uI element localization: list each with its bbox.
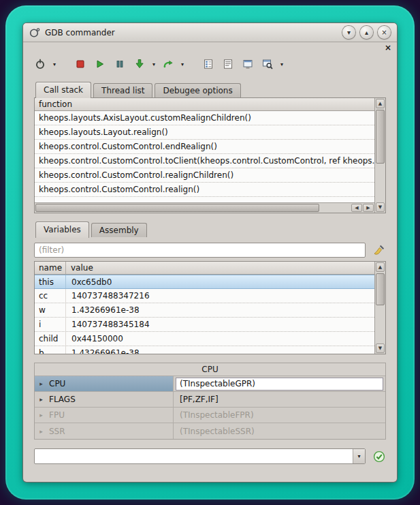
variables-panel: name value this 0xc65db0 cc 140737488347… (34, 261, 386, 354)
broom-icon[interactable] (371, 243, 386, 258)
dock-header: × (23, 42, 397, 52)
command-combobox[interactable]: ▾ (34, 448, 366, 464)
cpu-row[interactable]: ▸ FLAGS [PF,ZF,IF] (35, 392, 385, 408)
step-over-button[interactable] (159, 55, 177, 74)
dock-close-button[interactable]: × (385, 44, 391, 52)
scroll-down-button[interactable]: ▼ (376, 343, 385, 353)
teal-frame: GDB commander ▾ ▴ × × ▾ (5, 5, 415, 500)
window-title: GDB commander (45, 28, 115, 37)
vscroll-thumb[interactable] (376, 273, 385, 305)
callstack-vscrollbar[interactable]: ▲ ▼ (374, 98, 385, 213)
tab-assembly[interactable]: Assembly (91, 223, 147, 237)
callstack-row[interactable]: kheops.layouts.Layout.realign() (35, 125, 374, 140)
tab-variables[interactable]: Variables (35, 221, 89, 238)
callstack-row[interactable]: kheops.control.CustomControl.endRealign(… (35, 140, 374, 154)
command-row: ▾ (34, 448, 386, 467)
variable-value: 1.43266961e-38 (66, 303, 374, 317)
step-over-dropdown-icon[interactable]: ▾ (179, 61, 186, 67)
gdb-commander-window: GDB commander ▾ ▴ × × ▾ (23, 23, 397, 482)
variables-tabbar: Variables Assembly (34, 221, 386, 237)
vscroll-track[interactable] (376, 109, 385, 202)
variable-name: i (35, 318, 66, 331)
step-into-button[interactable] (131, 55, 148, 74)
cpu-row[interactable]: ▸ SSR (TInspectableSSR) (35, 423, 385, 439)
search-window-button[interactable] (259, 55, 276, 74)
close-button[interactable]: × (378, 26, 391, 39)
expander-icon[interactable]: ▸ (38, 412, 44, 418)
search-window-icon (262, 59, 273, 70)
cpu-row-name: FLAGS (49, 395, 76, 404)
power-dropdown-icon[interactable]: ▾ (51, 61, 58, 67)
variables-vscrollbar[interactable]: ▲ ▼ (374, 262, 385, 354)
variables-header-value[interactable]: value (66, 262, 374, 274)
maximize-button[interactable]: ▴ (360, 26, 373, 39)
cpu-grid: ▸ CPU (TInspectableGPR) ▸ FLAGS (35, 376, 385, 439)
vscroll-track[interactable] (376, 273, 385, 343)
hscroll-thumb[interactable] (35, 204, 319, 212)
tab-call-stack[interactable]: Call stack (35, 82, 91, 98)
callstack-list: kheops.layouts.AxisLayout.customRealignC… (35, 111, 374, 202)
scroll-right-button[interactable]: ▶ (363, 204, 374, 212)
cpu-value-field[interactable]: (TInspectableGPR) (176, 378, 383, 391)
expander-icon[interactable]: ▸ (38, 428, 44, 435)
variable-value: 0x44150000 (66, 332, 374, 346)
search-window-dropdown-icon[interactable]: ▾ (278, 61, 285, 67)
scroll-down-button[interactable]: ▼ (376, 202, 385, 212)
callstack-row[interactable]: kheops.control.CustomControl.toClient(kh… (35, 154, 374, 168)
cpu-row-value: [PF,ZF,IF] (176, 395, 219, 404)
variables-column-header: name value (35, 262, 374, 275)
scroll-left-button[interactable]: ◀ (351, 204, 362, 212)
cpu-inspector: CPU ▸ CPU (TInspectableGPR) (34, 363, 386, 440)
execute-button[interactable] (372, 450, 386, 463)
variable-row[interactable]: child 0x44150000 (35, 332, 374, 346)
vscroll-thumb[interactable] (376, 110, 385, 164)
variable-row[interactable]: b 1.43266961e-38 (35, 346, 374, 354)
variable-row[interactable]: cc 140737488347216 (35, 289, 374, 303)
scroll-up-button[interactable]: ▲ (376, 99, 385, 108)
variable-name: b (35, 346, 66, 354)
tab-thread-list[interactable]: Thread list (93, 83, 152, 97)
callstack-column-header[interactable]: function (35, 98, 374, 111)
stop-button[interactable] (71, 55, 89, 74)
cpu-row-value: (TInspectableSSR) (176, 427, 255, 436)
variable-row[interactable]: w 1.43266961e-38 (35, 303, 374, 318)
combo-dropdown-button[interactable]: ▾ (353, 449, 365, 463)
filter-row (34, 243, 386, 258)
titlebar[interactable]: GDB commander ▾ ▴ × (23, 23, 397, 42)
variable-value: 140737488347216 (66, 289, 374, 303)
callstack-row[interactable]: kheops.control.CustomControl.realign() (35, 183, 374, 197)
shade-button[interactable]: ▾ (342, 26, 355, 39)
messages-button[interactable] (219, 55, 237, 74)
expander-icon[interactable]: ▸ (38, 380, 44, 387)
variables-header-name[interactable]: name (35, 262, 66, 274)
hscroll-track[interactable] (35, 204, 351, 212)
expander-icon[interactable]: ▸ (38, 396, 44, 403)
memory-viewer-button[interactable] (239, 55, 257, 74)
tab-debugee-options[interactable]: Debugee options (155, 83, 240, 97)
callstack-hscrollbar[interactable]: ◀ ▶ (35, 202, 374, 213)
cpu-row[interactable]: ▸ FPU (TInspectableFPR) (35, 408, 385, 423)
cpu-row-value: (TInspectableFPR) (176, 410, 254, 420)
dock-content: Call stack Thread list Debugee options f… (23, 78, 397, 482)
command-input[interactable] (35, 449, 353, 463)
cpu-row[interactable]: ▸ CPU (TInspectableGPR) (35, 376, 385, 392)
filter-input[interactable] (34, 243, 366, 258)
check-icon (373, 450, 385, 463)
cpu-row-name: CPU (49, 379, 65, 388)
registers-button[interactable] (199, 55, 217, 74)
power-icon (35, 59, 46, 70)
run-icon (95, 59, 106, 70)
pause-button[interactable] (111, 55, 129, 74)
app-icon (29, 27, 40, 38)
callstack-row[interactable]: kheops.layouts.AxisLayout.customRealignC… (35, 111, 374, 125)
registers-icon (203, 59, 214, 70)
variable-row[interactable]: i 140737488345184 (35, 318, 374, 332)
scroll-up-button[interactable]: ▲ (376, 262, 385, 272)
power-button[interactable] (31, 55, 49, 74)
variable-value: 140737488345184 (66, 318, 374, 331)
run-button[interactable] (91, 55, 109, 74)
step-into-dropdown-icon[interactable]: ▾ (150, 61, 157, 67)
pause-icon (114, 59, 125, 70)
callstack-row[interactable]: kheops.control.CustomControl.realignChil… (35, 168, 374, 183)
variable-row[interactable]: this 0xc65db0 (35, 275, 374, 289)
